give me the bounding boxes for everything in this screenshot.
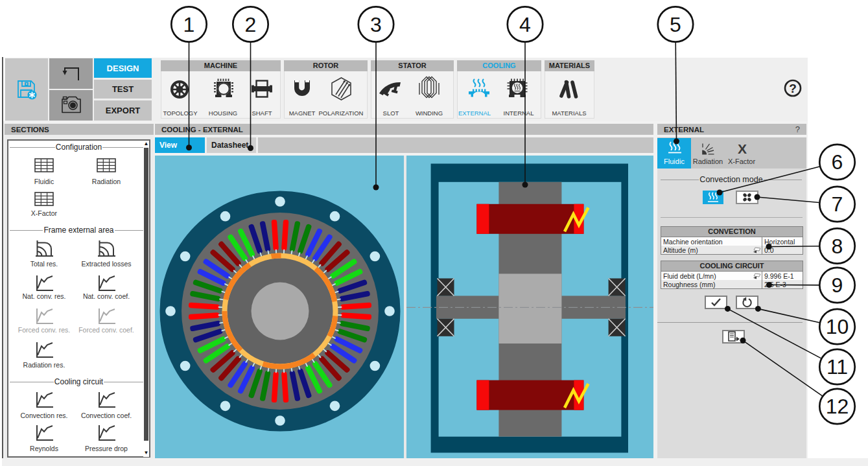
svg-text:9: 9 bbox=[832, 274, 843, 297]
svg-text:5: 5 bbox=[670, 13, 681, 36]
svg-text:7: 7 bbox=[832, 192, 843, 216]
svg-text:3: 3 bbox=[370, 13, 382, 36]
svg-text:6: 6 bbox=[832, 150, 843, 174]
svg-text:10: 10 bbox=[826, 315, 849, 338]
svg-text:8: 8 bbox=[832, 235, 843, 258]
svg-text:11: 11 bbox=[827, 355, 848, 379]
svg-text:1: 1 bbox=[183, 13, 195, 36]
svg-text:12: 12 bbox=[826, 395, 849, 418]
svg-text:2: 2 bbox=[245, 13, 257, 36]
svg-text:4: 4 bbox=[519, 13, 531, 36]
